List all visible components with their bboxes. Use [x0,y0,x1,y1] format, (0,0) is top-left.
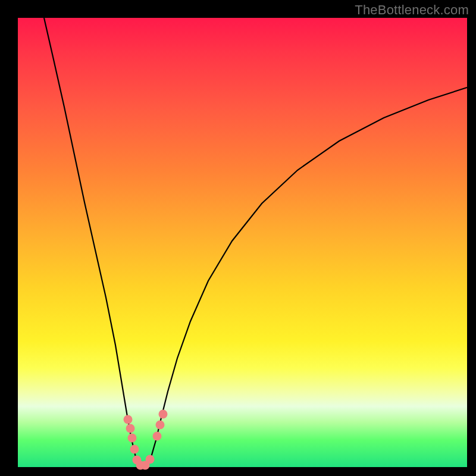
curve-marker [130,445,139,454]
curve-marker [146,455,155,464]
bottleneck-curve-svg [18,18,467,467]
curve-marker [159,410,168,419]
gradient-plot-area [18,18,467,467]
curve-marker [128,434,137,443]
curve-marker [153,432,162,441]
watermark-text: TheBottleneck.com [355,2,469,18]
bottleneck-curve-path [44,18,467,465]
curve-marker [156,421,165,430]
chart-frame: TheBottleneck.com [0,0,476,476]
curve-marker [126,424,135,433]
curve-marker [124,415,133,424]
